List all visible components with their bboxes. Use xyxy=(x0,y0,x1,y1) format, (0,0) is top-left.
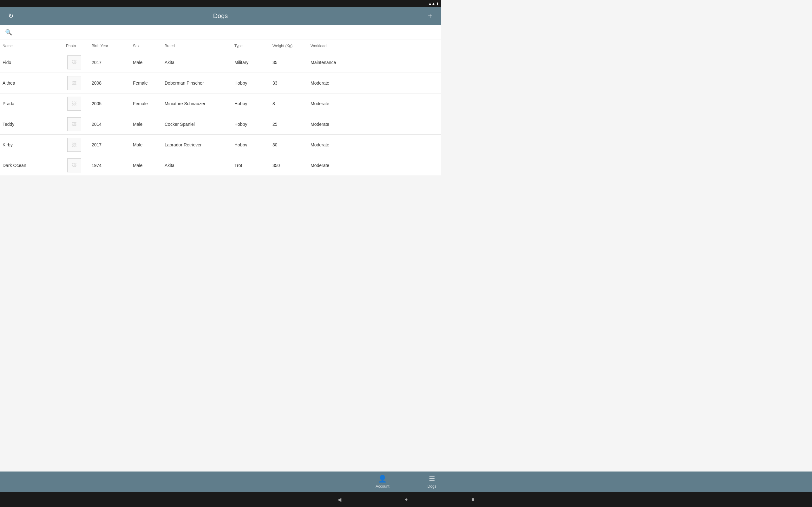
cell-name: Dark Ocean xyxy=(0,160,63,170)
photo-thumbnail xyxy=(67,55,81,69)
cell-workload: Moderate xyxy=(308,140,441,150)
photo-thumbnail xyxy=(67,97,81,111)
table-row[interactable]: Teddy 2014 Male Cocker Spaniel Hobby 25 … xyxy=(0,114,441,135)
status-bar: ▲▲ ▮ xyxy=(0,0,441,7)
cell-name: Teddy xyxy=(0,119,63,129)
col-header-birth: Birth Year xyxy=(89,44,131,48)
search-icon: 🔍 xyxy=(5,29,12,36)
cell-weight: 30 xyxy=(270,140,308,150)
battery-icon: ▮ xyxy=(437,2,438,6)
cell-sex: Female xyxy=(131,99,162,109)
cell-sex: Male xyxy=(131,160,162,170)
add-button[interactable]: + xyxy=(424,10,436,21)
header-wrap: ↻ Dogs + xyxy=(5,10,436,21)
cell-sex: Female xyxy=(131,78,162,88)
cell-name: Fido xyxy=(0,57,63,67)
col-header-workload: Workload xyxy=(308,44,441,48)
cell-birth: 2014 xyxy=(89,119,131,129)
col-header-weight: Weight (Kg) xyxy=(270,44,308,48)
cell-name: Prada xyxy=(0,99,63,109)
cell-sex: Male xyxy=(131,119,162,129)
table-area: Name Photo Birth Year Sex Breed Type Wei… xyxy=(0,40,441,176)
table-row[interactable]: Fido 2017 Male Akita Military 35 Mainten… xyxy=(0,52,441,73)
cell-name: Althea xyxy=(0,78,63,88)
cell-weight: 350 xyxy=(270,160,308,170)
cell-breed: Akita xyxy=(162,57,232,67)
col-header-breed: Breed xyxy=(162,44,232,48)
cell-type: Hobby xyxy=(232,119,270,129)
cell-photo xyxy=(63,155,89,176)
cell-weight: 33 xyxy=(270,78,308,88)
add-icon: + xyxy=(428,11,432,20)
cell-breed: Cocker Spaniel xyxy=(162,119,232,129)
cell-breed: Miniature Schnauzer xyxy=(162,99,232,109)
cell-workload: Moderate xyxy=(308,78,441,88)
photo-thumbnail xyxy=(67,138,81,152)
cell-workload: Moderate xyxy=(308,119,441,129)
page-title: Dogs xyxy=(213,12,228,20)
cell-photo xyxy=(63,73,89,93)
cell-type: Hobby xyxy=(232,99,270,109)
cell-weight: 25 xyxy=(270,119,308,129)
cell-birth: 2017 xyxy=(89,140,131,150)
status-icons: ▲▲ ▮ xyxy=(428,2,438,6)
table-row[interactable]: Althea 2008 Female Doberman Pinscher Hob… xyxy=(0,73,441,94)
photo-thumbnail xyxy=(67,76,81,90)
cell-type: Hobby xyxy=(232,78,270,88)
cell-workload: Maintenance xyxy=(308,57,441,67)
cell-photo xyxy=(63,135,89,155)
table-row[interactable]: Kirby 2017 Male Labrador Retriever Hobby… xyxy=(0,135,441,155)
cell-sex: Male xyxy=(131,140,162,150)
cell-type: Hobby xyxy=(232,140,270,150)
cell-breed: Doberman Pinscher xyxy=(162,78,232,88)
signal-icon: ▲▲ xyxy=(428,2,435,5)
cell-breed: Akita xyxy=(162,160,232,170)
cell-photo xyxy=(63,94,89,114)
cell-weight: 8 xyxy=(270,99,308,109)
col-header-type: Type xyxy=(232,44,270,48)
cell-weight: 35 xyxy=(270,57,308,67)
cell-birth: 1974 xyxy=(89,160,131,170)
photo-thumbnail xyxy=(67,117,81,131)
table-header: Name Photo Birth Year Sex Breed Type Wei… xyxy=(0,40,441,52)
refresh-icon: ↻ xyxy=(8,12,14,20)
cell-birth: 2005 xyxy=(89,99,131,109)
table-row[interactable]: Prada 2005 Female Miniature Schnauzer Ho… xyxy=(0,94,441,114)
table-body: Fido 2017 Male Akita Military 35 Mainten… xyxy=(0,52,441,176)
col-header-sex: Sex xyxy=(131,44,162,48)
cell-type: Trot xyxy=(232,160,270,170)
table-row[interactable]: Dark Ocean 1974 Male Akita Trot 350 Mode… xyxy=(0,155,441,176)
search-bar: 🔍 xyxy=(0,25,441,40)
col-header-name: Name xyxy=(0,44,63,48)
cell-photo xyxy=(63,52,89,72)
cell-sex: Male xyxy=(131,57,162,67)
cell-birth: 2017 xyxy=(89,57,131,67)
header-bar: ↻ Dogs + xyxy=(0,7,441,25)
cell-type: Military xyxy=(232,57,270,67)
refresh-button[interactable]: ↻ xyxy=(5,10,16,21)
search-input[interactable] xyxy=(14,30,436,35)
cell-name: Kirby xyxy=(0,140,63,150)
cell-birth: 2008 xyxy=(89,78,131,88)
cell-breed: Labrador Retriever xyxy=(162,140,232,150)
cell-workload: Moderate xyxy=(308,99,441,109)
cell-photo xyxy=(63,114,89,134)
col-header-photo: Photo xyxy=(63,44,89,48)
cell-workload: Moderate xyxy=(308,160,441,170)
photo-thumbnail xyxy=(67,158,81,172)
